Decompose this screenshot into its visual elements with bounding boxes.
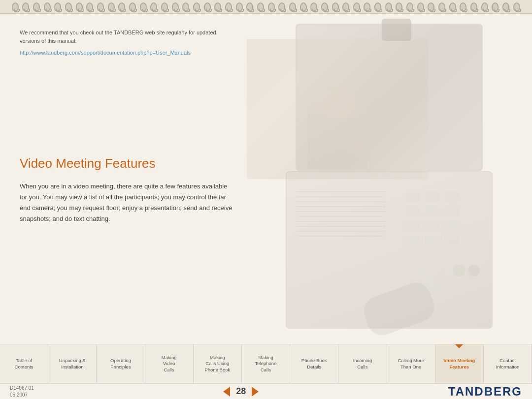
nav-item-unpacking-installation[interactable]: Unpacking & Installation	[48, 344, 97, 383]
svg-rect-20	[425, 236, 439, 246]
spiral-ring	[172, 2, 179, 11]
nav-item-label: Table of Contents	[15, 358, 33, 370]
spiral-ring	[460, 2, 466, 11]
svg-point-24	[453, 265, 465, 276]
spiral-ring	[406, 2, 413, 11]
spiral-ring	[97, 2, 104, 11]
svg-rect-14	[425, 207, 439, 216]
spiral-ring	[246, 2, 253, 11]
spiral-ring	[214, 2, 221, 11]
nav-item-label: Making Calls Using Phone Book	[204, 355, 230, 373]
nav-item-video-meeting-features[interactable]: Video Meeting Features	[435, 344, 484, 383]
svg-rect-13	[405, 207, 420, 216]
spiral-binding	[0, 0, 532, 14]
spiral-ring	[353, 2, 360, 11]
svg-rect-16	[405, 221, 420, 231]
spiral-ring	[428, 2, 434, 11]
svg-rect-21	[444, 236, 459, 246]
nav-item-label: Video Meeting Features	[443, 358, 475, 370]
spiral-ring	[417, 2, 424, 11]
spiral-ring	[300, 2, 307, 11]
spiral-ring	[257, 2, 264, 11]
nav-item-label: Unpacking & Installation	[59, 358, 86, 370]
spiral-ring	[396, 2, 402, 11]
nav-item-operating-principles[interactable]: Operating Principles	[97, 344, 145, 383]
spiral-ring	[140, 2, 147, 11]
spiral-ring	[502, 2, 509, 11]
nav-item-contact-information[interactable]: Contact Information	[484, 344, 532, 383]
page-number: 28	[236, 386, 246, 397]
spiral-ring	[492, 2, 499, 11]
spiral-ring	[118, 2, 125, 11]
bottom-nav: Table of ContentsUnpacking & Installatio…	[0, 344, 532, 383]
nav-item-label: Phone Book Details	[301, 358, 327, 370]
active-nav-arrow	[455, 344, 463, 348]
spiral-ring	[385, 2, 392, 11]
spiral-ring	[150, 2, 157, 11]
nav-item-phone-book-details[interactable]: Phone Book Details	[290, 344, 338, 383]
text-content: We recommend that you check out the TAND…	[20, 29, 236, 224]
spiral-ring	[513, 2, 520, 11]
prev-page-arrow[interactable]	[223, 387, 230, 397]
footer: D14067.01 05.2007 28 TANDBERG	[0, 383, 532, 399]
spiral-ring	[332, 2, 339, 11]
svg-rect-12	[444, 192, 459, 202]
spiral-ring	[310, 2, 317, 11]
spiral-ring	[204, 2, 211, 11]
spiral-ring	[481, 2, 488, 11]
nav-item-making-telephone-calls[interactable]: Making Telephone Calls	[242, 344, 290, 383]
svg-rect-17	[425, 221, 439, 231]
nav-item-calling-more-than-one[interactable]: Calling More Than One	[387, 344, 435, 383]
doc-number: D14067.01	[10, 385, 34, 391]
footer-doc-info: D14067.01 05.2007	[10, 385, 34, 399]
spiral-ring	[44, 2, 51, 11]
spiral-ring	[321, 2, 328, 11]
doc-date: 05.2007	[10, 392, 28, 398]
nav-item-incoming-calls[interactable]: Incoming Calls	[338, 344, 387, 383]
spiral-ring	[268, 2, 275, 11]
person-image	[247, 39, 428, 179]
spiral-ring	[65, 2, 72, 11]
spiral-ring	[342, 2, 349, 11]
manual-link[interactable]: http://www.tandberg.com/support/document…	[20, 49, 236, 58]
spiral-ring	[33, 2, 40, 11]
spiral-ring	[129, 2, 136, 11]
next-page-arrow[interactable]	[252, 387, 259, 397]
spiral-ring	[374, 2, 381, 11]
svg-rect-18	[444, 221, 459, 231]
spiral-ring	[364, 2, 370, 11]
spiral-ring	[236, 2, 243, 11]
spiral-ring	[76, 2, 83, 11]
spiral-ring	[182, 2, 189, 11]
spiral-ring	[108, 2, 115, 11]
spiral-ring	[225, 2, 232, 11]
svg-rect-15	[444, 207, 459, 216]
nav-item-label: Calling More Than One	[398, 358, 424, 370]
spiral-ring	[289, 2, 296, 11]
nav-item-label: Making Video Calls	[162, 355, 177, 373]
main-content: We recommend that you check out the TAND…	[0, 14, 532, 344]
footer-pagination: 28	[223, 386, 259, 397]
spiral-ring	[22, 2, 29, 11]
nav-item-label: Incoming Calls	[353, 358, 372, 370]
device-screen-illustration	[296, 24, 483, 171]
nav-item-label: Contact Information	[496, 358, 520, 370]
spiral-ring	[86, 2, 93, 11]
spiral-ring	[12, 2, 19, 11]
nav-item-label: Operating Principles	[110, 358, 131, 370]
nav-item-table-of-contents[interactable]: Table of Contents	[0, 344, 48, 383]
spiral-ring	[54, 2, 61, 11]
spiral-ring	[449, 2, 456, 11]
svg-rect-10	[405, 192, 420, 202]
brand-logo: TANDBERG	[448, 385, 522, 399]
spiral-ring	[278, 2, 285, 11]
svg-rect-11	[425, 192, 439, 202]
recommend-text: We recommend that you check out the TAND…	[20, 29, 236, 45]
section-title: Video Meeting Features	[20, 156, 236, 171]
section-body: When you are in a video meeting, there a…	[20, 181, 236, 224]
svg-rect-19	[405, 236, 420, 246]
svg-point-25	[468, 265, 480, 276]
nav-item-making-video-calls[interactable]: Making Video Calls	[145, 344, 194, 383]
spiral-ring	[470, 2, 477, 11]
nav-item-making-calls-phone-book[interactable]: Making Calls Using Phone Book	[194, 344, 242, 383]
